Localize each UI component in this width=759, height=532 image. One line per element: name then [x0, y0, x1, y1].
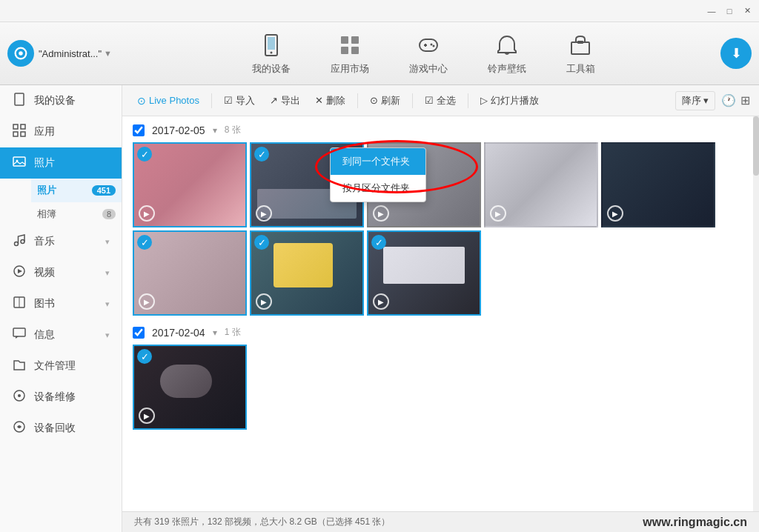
- statusbar: 共有 319 张照片，132 部视频，总大小 8.2 GB（已选择 451 张）…: [122, 511, 759, 532]
- slideshow-button[interactable]: ▷ 幻灯片播放: [474, 91, 545, 110]
- svg-rect-9: [420, 39, 437, 51]
- photo-check-9: ✓: [137, 349, 152, 364]
- nav-ringtone[interactable]: 铃声壁纸: [479, 25, 535, 82]
- sidebar-sub-album[interactable]: 相簿 8: [31, 202, 122, 226]
- logo-area: "Administrat..." ▼: [7, 40, 112, 67]
- select-all-button[interactable]: ☑ 全选: [419, 91, 462, 110]
- sidebar-item-photos[interactable]: 照片: [0, 147, 122, 179]
- export-dropdown: 到同一个文件夹 按月区分文件夹: [330, 147, 426, 202]
- titlebar: — □ ✕: [0, 0, 759, 22]
- photo-thumb-9[interactable]: ✓ ▶: [133, 345, 247, 430]
- delete-button[interactable]: ✕ 删除: [309, 91, 351, 110]
- nav-toolbox-icon: [566, 31, 594, 59]
- apps-icon: [12, 124, 27, 140]
- photo-thumb-8[interactable]: ✓ ▶: [367, 230, 481, 316]
- nav-my-device-icon: [257, 31, 285, 59]
- photo-play-3: ▶: [373, 205, 389, 222]
- svg-rect-5: [341, 36, 348, 44]
- svg-point-4: [270, 52, 272, 54]
- scrollbar-thumb[interactable]: [753, 116, 759, 176]
- nav-app-market[interactable]: 应用市场: [322, 25, 378, 82]
- sidebar-item-files[interactable]: 文件管理: [0, 350, 122, 382]
- photo-play-1: ▶: [139, 205, 155, 222]
- sidebar-item-messages[interactable]: 信息 ▾: [0, 319, 122, 350]
- date-arrow-1: ▾: [213, 125, 217, 136]
- date-group-2: 2017-02-04 ▾ 1 张 ✓ ▶: [133, 326, 749, 430]
- nav-items: 我的设备 应用市场 游戏中心 铃声壁纸 工具箱: [127, 25, 720, 82]
- date-group-1: 2017-02-05 ▾ 8 张 ✓ ▶ ✓: [133, 124, 749, 316]
- sidebar-item-my-device[interactable]: 我的设备: [0, 85, 122, 116]
- svg-point-12: [430, 44, 432, 46]
- top-nav: "Administrat..." ▼ 我的设备 应用市场 游戏中心: [0, 22, 759, 85]
- svg-rect-3: [268, 37, 275, 50]
- toolbar-separator-4: [468, 93, 468, 108]
- sidebar-sub-photos[interactable]: 照片 451: [31, 179, 122, 202]
- dropdown-item-same-folder[interactable]: 到同一个文件夹: [331, 148, 425, 175]
- photo-thumb-4[interactable]: ▶: [484, 142, 598, 227]
- sidebar-item-recycle[interactable]: 设备回收: [0, 413, 122, 444]
- nav-my-device[interactable]: 我的设备: [243, 25, 299, 82]
- nav-toolbox[interactable]: 工具箱: [557, 25, 604, 82]
- photo-area[interactable]: 到同一个文件夹 按月区分文件夹 2017-02-05 ▾ 8 张 ✓: [122, 116, 759, 511]
- slideshow-icon: ▷: [480, 95, 488, 106]
- sort-button[interactable]: 降序 ▾: [675, 91, 715, 110]
- live-photos-button[interactable]: ⊙ Live Photos: [131, 92, 205, 110]
- sidebar-item-repair[interactable]: 设备维修: [0, 382, 122, 413]
- photo-play-4: ▶: [490, 205, 506, 222]
- maximize-button[interactable]: □: [723, 5, 735, 17]
- minimize-button[interactable]: —: [706, 5, 717, 17]
- toolbar-separator-2: [357, 93, 358, 108]
- date-checkbox-2[interactable]: [133, 327, 145, 339]
- sidebar-item-video[interactable]: 视频 ▾: [0, 257, 122, 288]
- photo-thumb-1[interactable]: ✓ ▶: [133, 142, 247, 227]
- status-text: 共有 319 张照片，132 部视频，总大小 8.2 GB（已选择 451 张）: [134, 516, 390, 528]
- refresh-icon: ⊙: [370, 95, 378, 106]
- nav-app-market-icon: [336, 31, 364, 59]
- messages-icon: [12, 327, 27, 343]
- nav-game-center-icon: [414, 31, 443, 59]
- dropdown-item-monthly-folder[interactable]: 按月区分文件夹: [331, 175, 425, 202]
- photo-play-7: ▶: [256, 293, 272, 310]
- photo-thumb-6[interactable]: ✓ ▶: [133, 230, 247, 316]
- toolbar: ⊙ Live Photos ☑ 导入 ↗ 导出 ✕ 删除 ⊙ 刷新: [122, 85, 759, 116]
- files-icon: [12, 358, 27, 374]
- photo-thumb-7[interactable]: ✓ ▶: [250, 230, 364, 316]
- photos-badge: 451: [92, 185, 116, 196]
- main-area: 我的设备 应用 照片 照片 451 相簿 8: [0, 85, 759, 532]
- video-icon: [12, 265, 27, 281]
- svg-point-13: [432, 45, 434, 47]
- svg-rect-17: [13, 124, 18, 129]
- nav-ringtone-icon: [493, 31, 521, 59]
- toolbar-separator-1: [211, 93, 212, 108]
- photo-check-1: ✓: [137, 147, 152, 162]
- photo-thumb-5[interactable]: ▶: [601, 142, 715, 227]
- import-button[interactable]: ☑ 导入: [218, 91, 261, 110]
- sidebar-item-books[interactable]: 图书 ▾: [0, 288, 122, 319]
- date-label-2: 2017-02-04: [152, 327, 205, 339]
- refresh-button[interactable]: ⊙ 刷新: [364, 91, 406, 110]
- svg-rect-29: [13, 328, 25, 336]
- sidebar-item-apps[interactable]: 应用: [0, 116, 122, 147]
- close-button[interactable]: ✕: [741, 5, 753, 17]
- grid-view-icon[interactable]: ⊞: [740, 93, 750, 107]
- photo-play-2: ▶: [256, 205, 272, 222]
- photos-icon: [12, 155, 27, 171]
- download-button[interactable]: ⬇: [720, 38, 752, 69]
- clock-icon[interactable]: 🕐: [721, 93, 736, 107]
- logo-title[interactable]: "Administrat..." ▼: [39, 48, 112, 59]
- photo-check-7: ✓: [254, 235, 269, 250]
- photo-play-9: ▶: [139, 408, 155, 424]
- photo-grid-1b: ✓ ▶ ✓ ▶ ✓ ▶: [133, 230, 749, 316]
- svg-point-31: [18, 394, 21, 397]
- export-button[interactable]: ↗ 导出: [264, 91, 306, 110]
- sidebar-item-music[interactable]: 音乐 ▾: [0, 226, 122, 257]
- svg-marker-26: [18, 269, 22, 273]
- nav-game-center[interactable]: 游戏中心: [400, 25, 457, 82]
- photo-check-2: ✓: [254, 147, 269, 162]
- photo-check-8: ✓: [371, 235, 386, 250]
- music-icon: [12, 233, 27, 250]
- content-area: ⊙ Live Photos ☑ 导入 ↗ 导出 ✕ 删除 ⊙ 刷新: [122, 85, 759, 532]
- svg-rect-14: [571, 42, 589, 54]
- brand-text: www.ringmagic.cn: [643, 516, 747, 529]
- date-checkbox-1[interactable]: [133, 124, 145, 136]
